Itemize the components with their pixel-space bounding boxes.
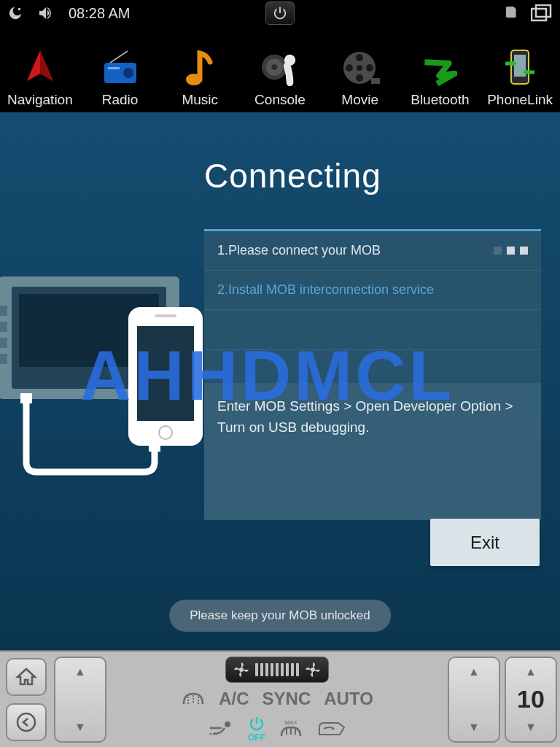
instruction-detail: Enter MOB Settings > Open Developer Opti… — [204, 383, 541, 520]
svg-point-0 — [18, 8, 21, 11]
svg-point-37 — [225, 721, 230, 727]
svg-rect-2 — [536, 5, 551, 17]
chevron-up-icon: ▲ — [525, 665, 537, 678]
music-icon — [180, 48, 219, 88]
radio-icon — [101, 48, 140, 88]
svg-text:MAX: MAX — [284, 719, 298, 726]
defrost-max-icon[interactable]: MAX — [279, 719, 303, 739]
nav-radio[interactable]: Radio — [84, 48, 157, 108]
step-indicator — [494, 247, 528, 255]
movie-icon — [341, 48, 380, 88]
svg-rect-33 — [149, 441, 160, 452]
fan-icon — [233, 662, 249, 678]
main-content: Connecting 1.Please connect your MOB 2.I… — [0, 112, 560, 650]
nav-phonelink[interactable]: PhoneLink — [483, 48, 556, 108]
svg-point-4 — [123, 68, 133, 78]
chevron-down-icon: ▼ — [525, 721, 537, 734]
windows-icon[interactable] — [531, 4, 553, 22]
clock-time: 08:28 AM — [69, 5, 131, 22]
svg-line-6 — [110, 51, 128, 63]
app-label: Music — [182, 92, 218, 108]
moon-icon — [7, 5, 23, 21]
svg-rect-18 — [371, 78, 380, 84]
step-1[interactable]: 1.Please connect your MOB — [204, 231, 541, 271]
status-bar: 08:28 AM — [0, 0, 560, 26]
power-icon — [248, 715, 265, 732]
app-label: Radio — [102, 92, 139, 108]
fan-speed-control[interactable] — [225, 657, 329, 683]
step-text: 1.Please connect your MOB — [217, 243, 381, 258]
temp-value-control[interactable]: ▲ 10 ▼ — [505, 657, 557, 743]
svg-rect-24 — [0, 306, 7, 316]
chevron-down-icon: ▼ — [468, 721, 480, 734]
defrost-front-icon[interactable] — [181, 689, 206, 708]
svg-rect-26 — [0, 338, 7, 348]
app-label: PhoneLink — [487, 92, 553, 108]
svg-rect-1 — [532, 9, 546, 20]
climate-bar: ▲ ▼ A/C SYNC AUTO — [0, 650, 560, 747]
app-label: Console — [254, 92, 306, 108]
nav-music[interactable]: Music — [163, 48, 236, 108]
right-temp-control[interactable]: ▲ ▼ — [448, 657, 500, 743]
fan-icon — [305, 662, 321, 678]
svg-rect-32 — [20, 393, 32, 403]
svg-point-15 — [356, 74, 363, 82]
auto-button[interactable]: AUTO — [324, 689, 373, 709]
power-button[interactable] — [265, 1, 295, 25]
phonelink-icon — [500, 48, 540, 88]
page-title: Connecting — [204, 156, 560, 196]
app-label: Bluetooth — [411, 92, 469, 108]
svg-rect-29 — [137, 326, 194, 421]
recirculate-icon[interactable] — [316, 720, 346, 738]
svg-point-34 — [18, 713, 35, 731]
left-temp-control[interactable]: ▲ ▼ — [54, 657, 106, 743]
step-3-empty — [204, 310, 541, 350]
step-text: 2.Install MOB interconnection service — [217, 282, 434, 298]
ac-button[interactable]: A/C — [219, 689, 249, 709]
home-button[interactable] — [6, 658, 47, 696]
fan-level-ticks — [255, 663, 299, 676]
chevron-up-icon: ▲ — [74, 665, 86, 678]
svg-rect-31 — [155, 314, 176, 317]
svg-point-17 — [357, 65, 362, 71]
off-label: OFF — [248, 732, 265, 743]
nav-console[interactable]: Console — [244, 48, 316, 108]
hint-message: Please keep your MOB unlocked — [169, 600, 391, 632]
nav-navigation[interactable]: Navigation — [4, 48, 77, 108]
device-illustration — [0, 276, 204, 495]
navigation-icon — [20, 48, 60, 88]
back-button[interactable] — [6, 703, 47, 741]
app-nav: Navigation Radio Music Console Movie Blu… — [0, 26, 560, 112]
svg-point-10 — [271, 64, 277, 70]
svg-point-16 — [346, 64, 353, 71]
nav-bluetooth[interactable]: Bluetooth — [403, 48, 476, 108]
chevron-down-icon: ▼ — [74, 721, 86, 734]
svg-rect-20 — [514, 55, 526, 77]
steps-panel: 1.Please connect your MOB 2.Install MOB … — [204, 229, 541, 520]
power-off-button[interactable]: OFF — [248, 715, 265, 743]
exit-button[interactable]: Exit — [430, 519, 540, 566]
app-label: Navigation — [7, 92, 73, 108]
nav-movie[interactable]: Movie — [324, 48, 397, 108]
airflow-body-icon[interactable] — [209, 719, 235, 738]
chevron-up-icon: ▲ — [468, 665, 480, 678]
volume-icon[interactable] — [36, 4, 55, 22]
svg-point-14 — [366, 64, 373, 71]
svg-rect-25 — [0, 322, 7, 332]
step-2[interactable]: 2.Install MOB interconnection service — [204, 271, 541, 310]
app-label: Movie — [341, 92, 378, 108]
sync-button[interactable]: SYNC — [262, 689, 311, 709]
sd-card-icon — [506, 7, 518, 20]
temperature-value: 10 — [517, 685, 545, 713]
svg-point-13 — [356, 54, 363, 61]
svg-rect-5 — [108, 67, 120, 69]
console-icon — [260, 48, 300, 88]
bluetooth-icon — [420, 48, 459, 88]
svg-rect-27 — [0, 354, 7, 364]
